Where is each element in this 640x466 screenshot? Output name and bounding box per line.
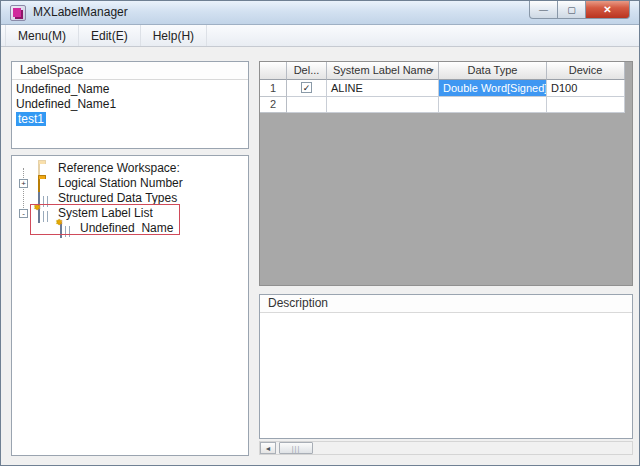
scrollbar-thumb[interactable]: |||	[279, 442, 313, 454]
menu-bar: Menu(M) Edit(E) Help(H)	[1, 25, 639, 47]
labelspace-item-label: Undefined_Name1	[16, 97, 116, 111]
data-type-cell-selected[interactable]: Double Word[Signed](0...	[439, 80, 547, 97]
table-row: 1 ✓ ALINE Double Word[Signed](0... D100	[260, 80, 632, 97]
system-label-name-cell[interactable]: ALINE	[327, 80, 439, 97]
row-header[interactable]: 1	[260, 80, 287, 97]
app-window: MXLabelManager — ▢ ✕ Menu(M) Edit(E) Hel…	[0, 0, 640, 466]
tree-item-structured-data-types[interactable]: Structured Data Types	[12, 191, 248, 206]
labelspace-header: LabelSpace	[12, 62, 248, 80]
labelspace-list: Undefined_Name Undefined_Name1 test1	[12, 80, 248, 127]
workspace-tree-panel: Reference Workspace: + Logical Station N…	[11, 155, 249, 456]
collapse-icon[interactable]: -	[19, 209, 28, 218]
column-header-data-type[interactable]: Data Type	[439, 62, 547, 80]
close-icon: ✕	[603, 4, 611, 15]
data-type-cell[interactable]	[439, 97, 547, 113]
tree-item-label: Structured Data Types	[58, 191, 177, 206]
tree-item-system-label-list[interactable]: - ✱ System Label List	[12, 206, 248, 221]
labelspace-item-label: Undefined_Name	[16, 82, 109, 96]
scroll-grip-icon: |||	[292, 445, 300, 452]
system-label-name-cell[interactable]	[327, 97, 439, 113]
title-bar[interactable]: MXLabelManager — ▢ ✕	[1, 1, 639, 25]
close-button[interactable]: ✕	[585, 1, 630, 19]
del-checkbox[interactable]: ✓	[301, 82, 312, 93]
column-header-label: System Label Name	[333, 64, 432, 76]
labelspace-item-selected[interactable]: test1	[12, 112, 248, 127]
label-table: Del... System Label Name ▼ Data Type Dev…	[259, 61, 633, 286]
table-body: 1 ✓ ALINE Double Word[Signed](0... D100 …	[260, 80, 632, 113]
system-label-icon: ✱	[38, 208, 53, 219]
client-area: LabelSpace Undefined_Name Undefined_Name…	[1, 47, 640, 466]
system-label-icon: ✱	[60, 223, 75, 234]
description-header: Description	[260, 295, 632, 313]
menu-item-edit[interactable]: Edit(E)	[79, 25, 141, 46]
horizontal-scrollbar[interactable]: ◄ |||	[259, 441, 633, 455]
folder-icon	[38, 178, 53, 189]
workspace-icon	[38, 163, 53, 174]
window-controls: — ▢ ✕	[530, 1, 630, 19]
tree-item-logical-station-number[interactable]: + Logical Station Number	[12, 176, 248, 191]
tree-item-label: Reference Workspace:	[58, 161, 180, 176]
workspace-tree: Reference Workspace: + Logical Station N…	[12, 156, 248, 455]
star-icon: ✱	[56, 219, 63, 227]
tree-item-reference-workspace[interactable]: Reference Workspace:	[12, 161, 248, 176]
labelspace-item[interactable]: Undefined_Name	[12, 82, 248, 97]
del-cell[interactable]	[287, 97, 327, 113]
tree-item-label: Undefined_Name	[80, 221, 173, 236]
expand-icon[interactable]: +	[19, 179, 28, 188]
tree-item-label: System Label List	[58, 206, 153, 221]
device-cell[interactable]	[547, 97, 625, 113]
column-header-system-label-name[interactable]: System Label Name ▼	[327, 62, 439, 80]
window-title: MXLabelManager	[33, 5, 128, 19]
maximize-icon: ▢	[567, 5, 576, 15]
column-header-device[interactable]: Device	[547, 62, 625, 80]
scroll-left-icon: ◄	[265, 445, 272, 452]
labelspace-item[interactable]: Undefined_Name1	[12, 97, 248, 112]
maximize-button[interactable]: ▢	[557, 1, 586, 19]
menu-item-menu[interactable]: Menu(M)	[5, 25, 79, 46]
tree-item-label: Logical Station Number	[58, 176, 183, 191]
labelspace-panel: LabelSpace Undefined_Name Undefined_Name…	[11, 61, 249, 149]
app-icon	[10, 5, 26, 21]
filter-dropdown-icon[interactable]: ▼	[428, 67, 435, 75]
description-panel: Description	[259, 294, 633, 439]
row-header[interactable]: 2	[260, 97, 287, 113]
table-row: 2	[260, 97, 632, 113]
tree-item-undefined-name[interactable]: ✱ Undefined_Name	[12, 221, 248, 236]
minimize-icon: —	[539, 5, 548, 15]
labelspace-item-label: test1	[16, 112, 46, 126]
column-header-del[interactable]: Del...	[287, 62, 327, 80]
del-cell[interactable]: ✓	[287, 80, 327, 97]
scroll-left-button[interactable]: ◄	[260, 442, 276, 454]
star-icon: ✱	[34, 204, 41, 212]
minimize-button[interactable]: —	[529, 1, 558, 19]
table-header-row: Del... System Label Name ▼ Data Type Dev…	[260, 62, 632, 80]
device-cell[interactable]: D100	[547, 80, 625, 97]
menu-item-help[interactable]: Help(H)	[141, 25, 207, 46]
table-corner-cell[interactable]	[260, 62, 287, 80]
